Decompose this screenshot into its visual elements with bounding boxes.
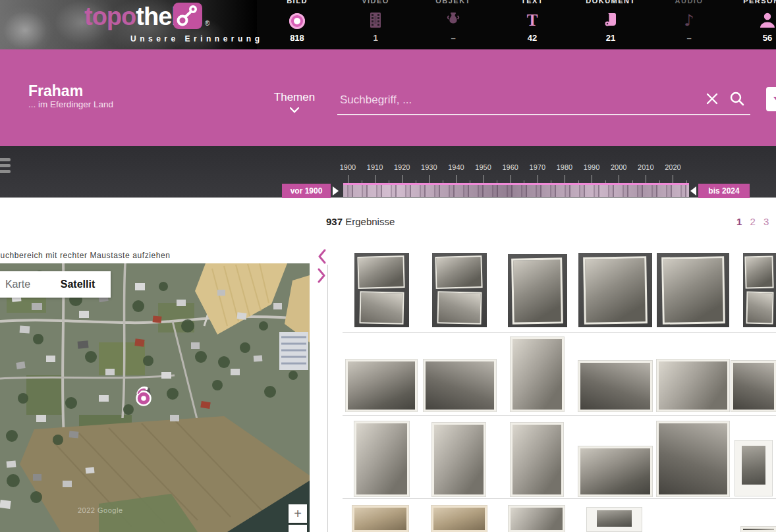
photo-print — [435, 255, 483, 288]
photo-thumbnail[interactable] — [586, 507, 642, 532]
photo-print — [583, 256, 648, 324]
photo-thumbnail[interactable] — [578, 361, 652, 412]
photo-print — [742, 446, 765, 485]
photo-thumbnail[interactable] — [657, 253, 729, 327]
photo-thumbnail[interactable] — [511, 337, 564, 412]
photo-thumbnail[interactable] — [346, 359, 417, 412]
row-separator — [343, 415, 776, 416]
photo-thumbnail[interactable] — [432, 423, 485, 496]
photo-thumbnail[interactable] — [657, 421, 729, 496]
photo-print — [597, 510, 632, 527]
row-separator — [343, 332, 776, 332]
photo-thumbnail[interactable] — [431, 506, 487, 532]
photo-grid — [0, 0, 776, 532]
photo-thumbnail[interactable] — [657, 359, 729, 412]
photo-thumbnail[interactable] — [743, 253, 776, 327]
photo-thumbnail[interactable] — [578, 253, 652, 327]
photo-print — [661, 256, 725, 324]
photo-thumbnail[interactable] — [424, 359, 496, 412]
photo-print — [744, 255, 773, 288]
photo-thumbnail[interactable] — [578, 446, 652, 496]
photo-thumbnail[interactable] — [509, 506, 565, 532]
photo-thumbnail[interactable] — [734, 440, 773, 496]
photo-print — [357, 255, 405, 288]
photo-print — [360, 291, 404, 324]
photo-thumbnail[interactable] — [508, 254, 567, 327]
photo-thumbnail[interactable] — [511, 423, 563, 496]
photo-thumbnail[interactable] — [741, 527, 776, 532]
photo-thumbnail[interactable] — [354, 421, 409, 496]
photo-thumbnail[interactable] — [731, 361, 776, 412]
photo-print — [437, 291, 482, 324]
photo-thumbnail[interactable] — [432, 253, 487, 327]
row-separator — [343, 498, 776, 499]
photo-thumbnail[interactable] — [352, 506, 408, 532]
photo-print — [746, 291, 773, 323]
photo-thumbnail[interactable] — [354, 253, 409, 327]
photo-print — [511, 257, 563, 324]
